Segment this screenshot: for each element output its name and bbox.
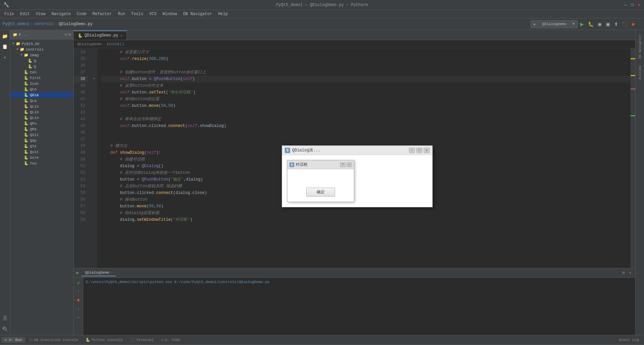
tree-qlin3[interactable]: 🐍 QLin	[10, 115, 73, 121]
breadcrumb-project[interactable]: PyQt5_demo1	[3, 22, 29, 26]
sidebar-project-icon[interactable]: 📁	[1, 32, 9, 41]
menu-refactor[interactable]: Refactor	[90, 11, 115, 17]
gutter: →	[91, 48, 97, 268]
tree-qla[interactable]: 🐍 QLa	[10, 98, 73, 104]
tree-py1[interactable]: 🐍 Q	[10, 58, 73, 64]
coverage-button[interactable]: ◉	[596, 21, 603, 27]
inner-dialog-help-btn[interactable]: ?	[340, 162, 345, 167]
right-panel-db-navigator[interactable]: DB Navigator	[636, 32, 644, 61]
file-tree: ▼ 📁 PyQt5_de ▼ 📁 controls ▼ 📁 imag 🐍 Q	[10, 40, 73, 335]
run-more-btn[interactable]: ⋯	[75, 314, 82, 321]
run-scroll-up-btn[interactable]: ↑	[75, 288, 82, 295]
run-actions: ▶ 🐛 ◉ ▣ ⬆ ⬛ ■	[579, 21, 636, 27]
bc-method[interactable]: initUI()	[106, 42, 124, 46]
run-tab-close[interactable]: ✕	[111, 271, 112, 274]
tool-todo[interactable]: ☑ 6: TODO	[158, 337, 184, 343]
menu-file[interactable]: File	[2, 11, 17, 17]
tree-qco[interactable]: 🐍 QCo	[10, 86, 73, 92]
editor-area: 🐍 QDialogDemo.py ✕ QDialogDemo › initUI(…	[74, 30, 635, 335]
breadcrumb-folder[interactable]: controls	[34, 22, 54, 26]
run-close-panel-btn[interactable]: ✕	[628, 270, 633, 276]
right-panel-sciview[interactable]: SciView	[636, 63, 644, 82]
sidebar-favorites-icon[interactable]: ★	[1, 53, 9, 61]
tree-qlin2-label: QLin	[30, 110, 39, 114]
profile-button[interactable]: ▣	[604, 21, 611, 27]
menu-run[interactable]: Run	[115, 11, 128, 17]
main-layout: 📁 📋 ★ 🗄 🔌 📁 P... ⚙ ⊞ ▼ 📁 PyQt5_de ▼	[0, 30, 644, 335]
panel-settings-icon[interactable]: ⚙	[65, 32, 67, 37]
inner-dialog-close-btn[interactable]: ✕	[346, 162, 352, 167]
gutter-40	[91, 88, 97, 95]
breadcrumb-file[interactable]: QDialogDemo.py	[59, 22, 93, 26]
tree-qlin2[interactable]: 🐍 QLin	[10, 109, 73, 115]
panel-expand-icon[interactable]: ⊞	[68, 32, 71, 37]
menu-vcs[interactable]: VCS	[147, 11, 159, 17]
code-line-35: self.resize(300,200)	[101, 56, 631, 62]
tool-db-execution[interactable]: ⬡ DB Execution Console	[26, 337, 82, 343]
tree-qte[interactable]: 🐍 QTe	[10, 143, 73, 149]
menu-db-navigator[interactable]: DB Navigator	[180, 11, 215, 17]
tree-images[interactable]: ▼ 📁 imag	[10, 52, 73, 58]
sidebar-plugins-icon[interactable]: 🔌	[1, 325, 9, 333]
project-header-icon: 📁	[13, 32, 17, 37]
tool-python-console[interactable]: 🐍 Python Console	[82, 337, 126, 343]
tool-event-log[interactable]: Event Log	[616, 337, 642, 343]
tree-root[interactable]: ▼ 📁 PyQt5_de	[10, 41, 73, 47]
run-button[interactable]: ▶	[579, 21, 585, 27]
outer-dialog-max-btn[interactable]: □	[416, 148, 422, 153]
outer-dialog-title: QDialog演...	[292, 147, 407, 153]
debug-button[interactable]: 🐛	[587, 21, 595, 27]
tree-qsp[interactable]: 🐍 QSp	[10, 138, 73, 143]
run-settings-btn[interactable]: ⚙	[621, 270, 626, 276]
tree-qpu[interactable]: 🐍 QPu	[10, 121, 73, 126]
tree-qte-label: QTe	[30, 144, 37, 148]
stop-button[interactable]: ■	[631, 21, 636, 27]
code-editor[interactable]: 34 35 36 37 38 39 40 41 42 43 44 45 46 4…	[74, 48, 635, 268]
menu-view[interactable]: View	[33, 11, 48, 17]
editor-tab-qdialogdemo[interactable]: 🐍 QDialogDemo.py ✕	[74, 30, 127, 40]
run-extra2-button[interactable]: ⬛	[621, 21, 629, 27]
line-50: 50	[74, 156, 88, 163]
menu-navigate[interactable]: Navigate	[49, 11, 73, 17]
tree-first[interactable]: 🐍 First	[10, 75, 73, 81]
run-scroll-down-btn[interactable]: ↓	[75, 305, 82, 313]
close-btn[interactable]: ✕	[638, 2, 641, 8]
tree-py2[interactable]: 🐍 Q	[10, 64, 73, 69]
run-stop-btn[interactable]: ■	[75, 296, 82, 304]
tree-qla-label: QLa	[30, 99, 37, 103]
tree-quit[interactable]: 🐍 Quit	[10, 149, 73, 155]
tree-too[interactable]: 🐍 Too	[10, 160, 73, 166]
minimize-btn[interactable]: —	[624, 2, 627, 8]
run-restart-btn[interactable]: ↺	[75, 279, 82, 286]
menu-tools[interactable]: Tools	[128, 11, 146, 17]
tree-qsli[interactable]: 🐍 QSli	[10, 132, 73, 138]
outer-dialog-min-btn[interactable]: —	[409, 148, 415, 153]
tree-scre[interactable]: 🐍 Scre	[10, 155, 73, 160]
sidebar-structure-icon[interactable]: 📋	[1, 42, 9, 51]
tree-qra[interactable]: 🐍 QRa	[10, 126, 73, 132]
outer-dialog[interactable]: Q QDialog演... — □ ✕ Q 对话框	[282, 145, 433, 207]
tool-run[interactable]: ▶ 4: Run	[2, 337, 25, 343]
tree-cen[interactable]: 🐍 Cen	[10, 69, 73, 75]
tree-controls[interactable]: ▼ 📁 controls	[10, 47, 73, 52]
sidebar-db-browser-icon[interactable]: 🗄	[1, 314, 9, 323]
outer-dialog-close-btn[interactable]: ✕	[424, 148, 430, 153]
menu-code[interactable]: Code	[74, 11, 89, 17]
run-extra-button[interactable]: ⬆	[613, 21, 620, 27]
project-panel-header: 📁 P... ⚙ ⊞	[10, 30, 73, 40]
tree-icon[interactable]: 🐍 Icon	[10, 81, 73, 86]
tool-terminal[interactable]: ⬛ Terminal	[127, 337, 157, 343]
tree-qlin1[interactable]: 🐍 QLin	[10, 104, 73, 109]
bottom-panel: ▶ QDialogDemo ✕ ⚙ ✕ ↺ ↑ ■ ↓ ⋯ E:\ven	[74, 268, 635, 335]
menu-window[interactable]: Window	[160, 11, 180, 17]
menu-help[interactable]: Help	[215, 11, 230, 17]
menu-edit[interactable]: Edit	[17, 11, 33, 17]
tab-icon: 🐍	[78, 33, 83, 38]
maximize-btn[interactable]: ❐	[631, 2, 634, 8]
tab-close-btn[interactable]: ✕	[120, 33, 122, 38]
confirm-button[interactable]: 确定	[306, 188, 335, 197]
run-config-selector[interactable]: ▶ QDialogDemo ▼	[531, 20, 578, 28]
inner-dialog[interactable]: Q 对话框 ? ✕ 确定	[287, 160, 354, 202]
run-tab-qdialogdemo[interactable]: QDialogDemo ✕	[82, 270, 116, 276]
tree-qdialog[interactable]: 🐍 QDia	[10, 92, 73, 98]
